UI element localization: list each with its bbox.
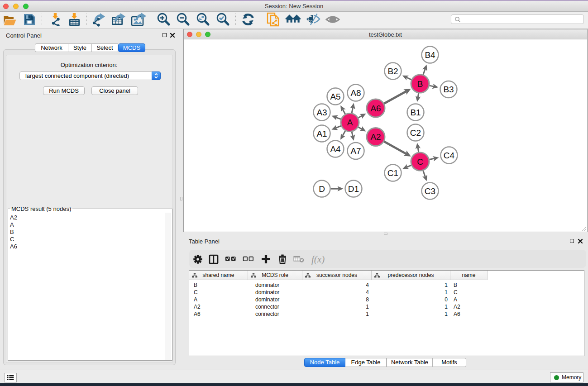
svg-text:A5: A5 [330, 92, 340, 101]
svg-text:A1: A1 [316, 129, 327, 138]
svg-text:A7: A7 [350, 146, 361, 156]
svg-text:A4: A4 [330, 144, 341, 154]
svg-text:B4: B4 [425, 50, 435, 60]
svg-text:B2: B2 [387, 67, 398, 76]
svg-text:A2: A2 [370, 132, 381, 142]
svg-text:B: B [417, 79, 423, 89]
svg-text:B1: B1 [410, 108, 421, 117]
svg-text:C3: C3 [425, 186, 435, 196]
svg-text:A3: A3 [316, 108, 327, 117]
svg-text:D: D [319, 184, 325, 194]
svg-text:A: A [347, 118, 353, 127]
svg-text:C: C [417, 157, 423, 167]
svg-text:C2: C2 [410, 128, 421, 138]
svg-text:C4: C4 [444, 151, 455, 160]
svg-text:B3: B3 [443, 85, 454, 94]
svg-text:C1: C1 [387, 168, 398, 178]
svg-text:D1: D1 [348, 184, 359, 194]
svg-text:A8: A8 [350, 88, 361, 98]
svg-text:A6: A6 [370, 104, 381, 113]
